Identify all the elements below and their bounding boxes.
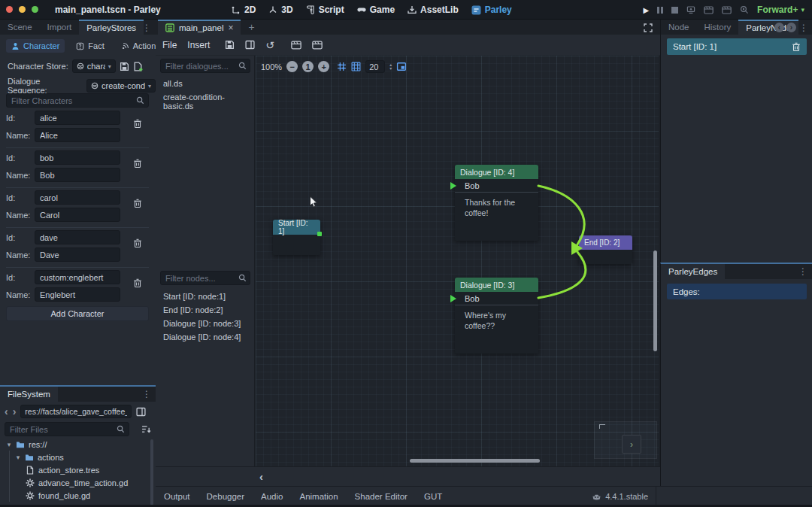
delete-character-button[interactable]	[129, 238, 146, 248]
character-name-field[interactable]	[35, 168, 120, 182]
sort-files-icon[interactable]	[141, 424, 151, 434]
filter-characters-input[interactable]	[6, 93, 149, 108]
store-tab-fact[interactable]: Fact	[71, 39, 109, 53]
edges-header-row[interactable]: Edges:	[667, 284, 807, 299]
new-tab-button[interactable]: +	[241, 20, 262, 35]
collapse-caret-icon[interactable]: ▾	[15, 454, 21, 461]
filter-files-input[interactable]	[5, 422, 129, 436]
graph-minimap[interactable]: ›	[594, 421, 657, 459]
bottom-tab-shader-editor[interactable]: Shader Editor	[347, 492, 416, 501]
forward-icon[interactable]: ›	[786, 23, 796, 32]
store-tab-action[interactable]: Action	[116, 39, 162, 53]
stop-button[interactable]	[671, 7, 678, 14]
node-list-item[interactable]: Dialogue [ID: node:4]	[156, 330, 255, 344]
tree-item-folder[interactable]: ▾ actions	[0, 451, 150, 463]
close-window-button[interactable]	[6, 6, 13, 13]
tree-item-file[interactable]: advance_time_action.gd	[0, 476, 150, 489]
collapse-side-panel-icon[interactable]: ‹	[259, 470, 263, 483]
file-menu[interactable]: File	[162, 40, 177, 50]
tab-parleyedges[interactable]: ParleyEdges	[661, 264, 725, 279]
snap-toggle-icon[interactable]	[337, 62, 347, 71]
dialogue-graph-canvas[interactable]: 100% − 1 + ▴▾ Start [ID: 1] Dialogue [ID…	[256, 56, 659, 466]
graph-node-end[interactable]: End [ID: 2]	[579, 235, 632, 264]
character-name-field[interactable]	[35, 128, 120, 142]
input-port[interactable]	[450, 182, 456, 190]
dialogue-file-item[interactable]: create-condition-basic.ds	[156, 90, 255, 113]
store-tab-character[interactable]: Character	[6, 39, 65, 53]
test-dialogue-icon[interactable]	[291, 41, 301, 50]
insert-menu[interactable]: Insert	[187, 40, 210, 50]
minimap-collapse-button[interactable]: ›	[622, 435, 641, 454]
tree-item-file[interactable]: action_store.tres	[0, 463, 150, 476]
graph-node-dialogue-3[interactable]: Dialogue [ID: 3] Bob Where's my coffee??	[455, 278, 538, 354]
zoom-in-button[interactable]: +	[318, 61, 329, 72]
character-id-field[interactable]	[35, 150, 120, 165]
minimap-toggle-icon[interactable]	[396, 62, 407, 71]
character-id-field[interactable]	[35, 111, 120, 125]
character-store-dropdown[interactable]: charact ▾	[72, 59, 116, 73]
dock-options-icon[interactable]: ⋮	[799, 23, 808, 33]
workspace-3d[interactable]: 3D	[268, 5, 292, 15]
export-dialogue-icon[interactable]	[245, 40, 255, 50]
character-id-field[interactable]	[35, 270, 120, 284]
pause-button[interactable]	[657, 7, 663, 14]
dialogue-file-item[interactable]: all.ds	[156, 77, 255, 90]
workspace-script[interactable]: Script	[306, 5, 344, 15]
play-button[interactable]: ▶	[643, 6, 649, 14]
node-list-item[interactable]: Start [ID: node:1]	[156, 290, 255, 303]
grid-toggle-icon[interactable]	[351, 62, 361, 71]
tab-main-panel[interactable]: main_panel ×	[158, 20, 241, 35]
save-store-icon[interactable]	[120, 62, 129, 71]
snap-distance-field[interactable]	[365, 60, 385, 73]
hscroll-thumb[interactable]	[410, 459, 540, 463]
filter-nodes-input[interactable]	[160, 271, 250, 285]
new-store-icon[interactable]	[133, 62, 143, 71]
workspace-assetlib[interactable]: AssetLib	[408, 5, 459, 15]
add-character-button[interactable]: Add Character	[6, 306, 149, 321]
current-path-field[interactable]	[20, 405, 132, 418]
tab-filesystem[interactable]: FileSystem	[0, 387, 58, 402]
filter-dialogues-input[interactable]	[160, 59, 250, 73]
character-id-field[interactable]	[35, 190, 120, 205]
node-list-item[interactable]: Dialogue [ID: node:3]	[156, 317, 255, 330]
bottom-tab-audio[interactable]: Audio	[253, 492, 291, 501]
selected-node-row[interactable]: Start [ID: 1]	[667, 38, 807, 55]
dock-options-icon[interactable]: ⋮	[142, 389, 151, 399]
filesystem-scrollbar[interactable]	[150, 439, 153, 505]
bottom-tab-output[interactable]: Output	[156, 492, 198, 501]
bottom-tab-debugger[interactable]: Debugger	[198, 492, 253, 501]
history-back-icon[interactable]: ‹	[5, 405, 8, 417]
workspace-parley[interactable]: Parley	[471, 5, 512, 15]
graph-hscrollbar[interactable]	[256, 459, 659, 463]
tree-item-folder[interactable]: ▾ res://	[0, 438, 150, 451]
character-name-field[interactable]	[35, 287, 120, 302]
vscroll-thumb[interactable]	[653, 250, 657, 351]
close-tab-icon[interactable]: ×	[228, 23, 233, 33]
character-name-field[interactable]	[35, 247, 120, 262]
remote-debug-icon[interactable]	[686, 5, 695, 14]
output-port[interactable]	[317, 232, 322, 236]
delete-character-button[interactable]	[129, 119, 146, 129]
workspace-game[interactable]: Game	[357, 5, 395, 15]
dock-options-icon[interactable]: ⋮	[798, 266, 807, 277]
delete-character-button[interactable]	[129, 199, 146, 208]
movie-writer-icon[interactable]	[722, 6, 732, 14]
workspace-2d[interactable]: 2D	[232, 5, 256, 15]
save-dialogue-icon[interactable]	[225, 40, 235, 50]
node-list-item[interactable]: End [ID: node:2]	[156, 303, 255, 317]
tab-history[interactable]: History	[697, 20, 739, 35]
maximize-window-button[interactable]	[32, 6, 38, 13]
tab-node[interactable]: Node	[661, 20, 697, 35]
graph-vscrollbar[interactable]	[653, 56, 657, 466]
dock-options-icon[interactable]: ⋮	[142, 23, 151, 33]
tab-import[interactable]: Import	[40, 20, 80, 35]
split-view-icon[interactable]	[136, 407, 146, 417]
character-name-field[interactable]	[35, 208, 120, 222]
tab-scene[interactable]: Scene	[0, 20, 40, 35]
snap-spinner[interactable]: ▴▾	[389, 63, 392, 71]
delete-character-button[interactable]	[129, 159, 146, 168]
distraction-free-icon[interactable]	[644, 23, 653, 32]
input-port[interactable]	[450, 295, 456, 302]
test-dialogue-from-node-icon[interactable]	[312, 41, 323, 50]
history-forward-icon[interactable]: ›	[13, 405, 17, 417]
